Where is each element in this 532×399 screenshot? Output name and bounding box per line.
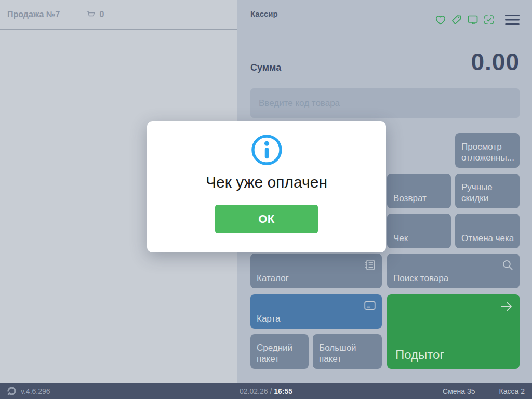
cancel-receipt-button[interactable]: Отмена чека [455, 214, 520, 248]
view-deferred-button[interactable]: Просмотр отложенны... [455, 133, 520, 168]
cart-indicator[interactable]: 0 [85, 9, 104, 20]
display-icon[interactable] [467, 14, 479, 26]
big-bag-button[interactable]: Большой пакет [313, 334, 382, 369]
status-date: 02.02.26 / [240, 387, 272, 395]
info-dialog: Чек уже оплачен ОК [147, 121, 386, 252]
price-tag-icon[interactable] [450, 14, 463, 26]
heart-icon[interactable] [434, 14, 447, 26]
search-product-button[interactable]: Поиск товара [387, 254, 520, 288]
search-icon [501, 258, 514, 272]
subtotal-button[interactable]: Подытог [387, 294, 520, 369]
pos-app: Продажа №7 0 Кассир [0, 0, 532, 399]
arrow-right-icon [499, 299, 514, 314]
dialog-message: Чек уже оплачен [147, 174, 386, 191]
status-right: Смена 35 Касса 2 [443, 387, 525, 395]
credit-card-icon [363, 299, 377, 312]
status-bar: v.4.6.296 02.02.26 / 16:55 Смена 35 Касс… [0, 383, 532, 399]
cashier-label: Кассир [250, 9, 278, 18]
info-icon [250, 134, 283, 166]
return-button[interactable]: Возврат [387, 174, 451, 208]
shift-label: Смена 35 [443, 387, 475, 395]
sale-topbar: Продажа №7 0 [0, 0, 237, 30]
sum-label: Сумма [250, 62, 281, 73]
catalog-button[interactable]: Каталог [250, 254, 382, 288]
status-time: 16:55 [274, 387, 292, 395]
catalog-icon [363, 258, 377, 272]
register-label: Касса 2 [499, 387, 525, 395]
sum-value: 0.00 [471, 48, 520, 76]
ok-button[interactable]: ОК [215, 205, 318, 233]
medium-bag-button[interactable]: Средний пакет [250, 334, 309, 369]
cart-count: 0 [100, 10, 104, 19]
cart-icon [85, 9, 97, 20]
scan-check-icon[interactable] [483, 14, 495, 26]
product-code-input[interactable] [250, 88, 520, 118]
card-payment-button[interactable]: Карта [250, 294, 382, 329]
menu-icon[interactable] [505, 14, 520, 25]
sale-title: Продажа №7 [7, 10, 60, 19]
receipt-button[interactable]: Чек [387, 214, 451, 248]
header-icons [434, 14, 520, 26]
manual-discounts-button[interactable]: Ручные скидки [455, 174, 520, 208]
